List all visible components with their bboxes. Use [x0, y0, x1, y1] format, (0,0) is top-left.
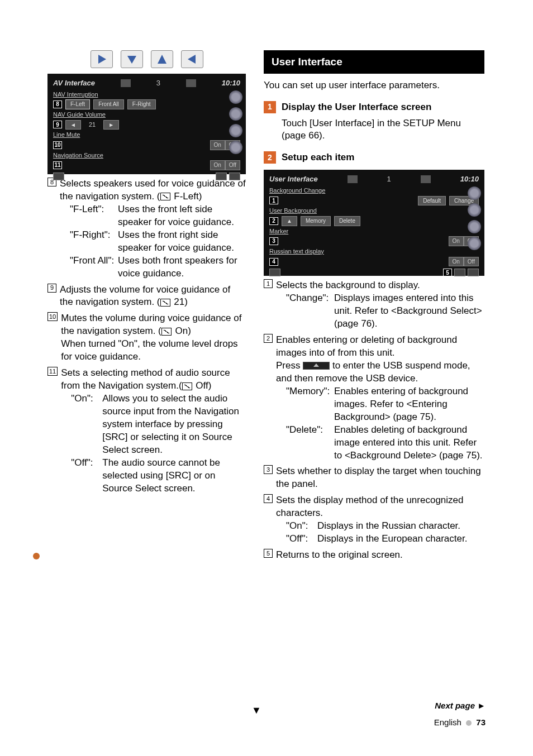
marker-on[interactable]: On [449, 236, 464, 246]
def-desc: Uses the front left side speaker for voi… [118, 203, 246, 229]
memory-button[interactable]: Memory [301, 216, 331, 226]
row4-label: Navigation Source [53, 151, 240, 160]
ref-1: 1 [269, 197, 278, 204]
ref-10: 10 [53, 141, 62, 149]
svg-marker-2 [158, 55, 166, 64]
ref-box-2: 2 [264, 334, 273, 343]
vol-down-button[interactable]: ◄ [65, 120, 81, 130]
r-item2-text: Enables entering or deleting of backgrou… [276, 334, 484, 360]
svg-marker-1 [127, 56, 136, 64]
def-term: "F-Left": [70, 203, 115, 229]
av-interface-screenshot: AV Interface 3 10:10 NAV Interruption 8 … [47, 74, 246, 174]
side-icon[interactable] [229, 141, 242, 154]
side-icon[interactable] [229, 124, 242, 137]
svg-marker-3 [188, 55, 196, 64]
return-icon[interactable] [216, 173, 227, 180]
delete-button[interactable]: Delete [334, 216, 360, 226]
def-term: "On": [286, 520, 314, 533]
r-item5-text: Returns to the original screen. [276, 549, 484, 562]
side-icon[interactable] [468, 220, 481, 233]
ref-box-5: 5 [264, 549, 273, 558]
ref-11: 11 [53, 161, 62, 169]
def-desc: Uses both front speakers for voice guida… [118, 255, 246, 280]
row3-label: Line Mute [53, 131, 240, 139]
step-number: 1 [264, 101, 276, 113]
ref-box-3: 3 [264, 465, 273, 474]
dev-page: 3 [156, 78, 160, 88]
def-term: "Change": [286, 292, 331, 331]
row2-label: NAV Guide Volume [53, 111, 240, 119]
side-icon[interactable] [468, 186, 481, 200]
dev-title: User Interface [269, 174, 318, 184]
russian-off[interactable]: Off [464, 257, 479, 267]
triangle-up-icon [151, 50, 173, 68]
ref-2: 2 [269, 217, 278, 225]
opt-f-right[interactable]: F-Right [127, 99, 156, 109]
def-desc: Displays images entered into this unit. … [334, 292, 484, 331]
def-term: "Memory": [286, 385, 331, 424]
opt-front-all[interactable]: Front All [93, 99, 124, 109]
ref-8: 8 [53, 101, 62, 108]
r-item1-text: Selects the background to display. [276, 279, 484, 292]
next-page-arrow-icon: ► [477, 701, 486, 710]
item9-text: Adjusts the volume for voice guidance of… [60, 284, 230, 308]
opt-f-left[interactable]: F-Left [65, 99, 90, 109]
eject-icon [303, 362, 330, 370]
def-desc: Allows you to select the audio source in… [102, 393, 246, 457]
r-item4-text: Sets the display method of the unrecogni… [276, 494, 484, 520]
def-desc: Uses the front right side speaker for vo… [118, 229, 246, 255]
next-page-label: Next page [435, 701, 477, 710]
navsrc-off[interactable]: Off [225, 160, 240, 170]
bottom-bar-left[interactable] [269, 269, 280, 276]
row1-label: NAV Interruption [53, 90, 240, 99]
dev-title: AV Interface [53, 78, 95, 88]
ref-box-11: 11 [47, 367, 58, 376]
footer-page-number: 73 [476, 717, 486, 727]
default-icon [182, 382, 192, 390]
ref-box-9: 9 [47, 284, 56, 293]
eject-button[interactable]: ▲ [282, 216, 297, 226]
step-number: 2 [264, 151, 276, 164]
section-title: User Interface [264, 50, 484, 74]
play-right-icon [91, 50, 113, 68]
ref-4: 4 [269, 258, 278, 266]
item8-text: Selects speakers used for voice guidance… [60, 178, 246, 202]
side-icon[interactable] [229, 90, 242, 104]
step-title: Setup each item [282, 151, 354, 164]
def-desc: Enables entering of background images. R… [334, 385, 484, 424]
russian-on[interactable]: On [449, 257, 464, 267]
default-icon [160, 299, 170, 307]
mute-on[interactable]: On [210, 140, 225, 150]
vol-up-button[interactable]: ► [103, 120, 119, 130]
dev-page: 1 [387, 174, 391, 184]
def-desc: Enables deleting of background image ent… [334, 424, 484, 462]
svg-marker-0 [98, 55, 106, 64]
bottom-bar-right[interactable] [229, 173, 240, 180]
section-intro: You can set up user interface parameters… [264, 79, 484, 92]
item10-extra: When turned "On", the volume level drops… [61, 338, 246, 363]
bottom-bar-left[interactable] [53, 173, 64, 180]
side-icon[interactable] [229, 107, 242, 121]
nav-icons-row [47, 50, 246, 68]
default-button[interactable]: Default [418, 196, 446, 206]
vol-value: 21 [84, 121, 100, 129]
def-term: "Off": [71, 457, 99, 495]
dev-time: 10:10 [460, 174, 479, 184]
side-icon[interactable] [468, 203, 481, 217]
bottom-bar-right[interactable] [468, 269, 479, 276]
return-icon[interactable] [454, 269, 465, 276]
side-icon[interactable] [468, 237, 481, 250]
footer-lang: English [434, 717, 461, 727]
row-label: Russian text display [269, 247, 479, 256]
ref-box-1: 1 [264, 279, 273, 288]
def-desc: Displays in the Russian character. [317, 520, 484, 533]
play-left-icon [181, 50, 203, 68]
ref-5: 5 [443, 269, 452, 276]
ref-3: 3 [269, 237, 278, 245]
press-pre: Press [276, 360, 303, 371]
def-term: "F-Right": [70, 229, 115, 255]
row-label: User Background [269, 207, 479, 215]
navsrc-on[interactable]: On [210, 160, 225, 170]
ref-box-4: 4 [264, 494, 273, 503]
row-label: Marker [269, 227, 479, 236]
